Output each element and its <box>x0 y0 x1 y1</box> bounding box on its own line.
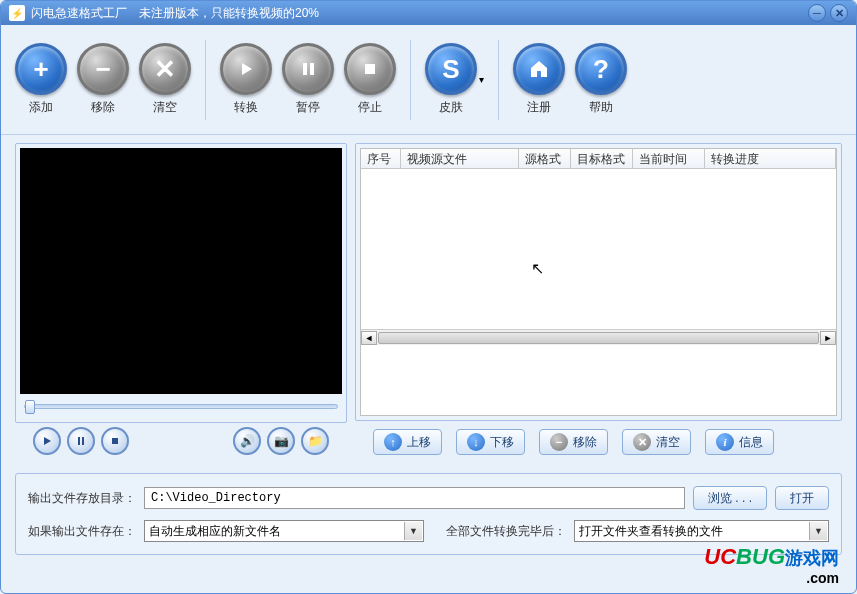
exists-label: 如果输出文件存在： <box>28 523 136 540</box>
folder-button[interactable]: 📁 <box>301 427 329 455</box>
open-button[interactable]: 打开 <box>775 486 829 510</box>
watermark: UCBUG游戏网 .com <box>704 544 839 586</box>
clear-button[interactable]: ✕ 清空 <box>139 43 191 116</box>
svg-rect-6 <box>82 437 84 445</box>
moveup-button[interactable]: ↑上移 <box>373 429 442 455</box>
minus-icon: − <box>550 433 568 451</box>
seek-thumb[interactable] <box>25 400 35 414</box>
col-time[interactable]: 当前时间 <box>633 149 705 168</box>
col-progress[interactable]: 转换进度 <box>705 149 836 168</box>
x-icon: ✕ <box>139 43 191 95</box>
info-icon: i <box>716 433 734 451</box>
scroll-left-arrow[interactable]: ◄ <box>361 331 377 345</box>
pause-icon <box>282 43 334 95</box>
scroll-right-arrow[interactable]: ► <box>820 331 836 345</box>
app-icon: ⚡ <box>9 5 25 21</box>
video-preview[interactable] <box>20 148 342 394</box>
file-list-panel: 序号 视频源文件 源格式 目标格式 当前时间 转换进度 ↖ ◄ ► <box>355 143 842 421</box>
pause-media-button[interactable] <box>67 427 95 455</box>
separator <box>498 40 499 120</box>
exists-combo[interactable]: 自动生成相应的新文件名 ▼ <box>144 520 424 542</box>
col-index[interactable]: 序号 <box>361 149 401 168</box>
chevron-down-icon[interactable]: ▼ <box>404 522 422 540</box>
scroll-thumb[interactable] <box>378 332 819 344</box>
add-button[interactable]: + 添加 <box>15 43 67 116</box>
col-dstfmt[interactable]: 目标格式 <box>571 149 633 168</box>
play-media-button[interactable] <box>33 427 61 455</box>
skin-dropdown-arrow[interactable]: ▾ <box>479 74 484 85</box>
svg-marker-0 <box>242 63 252 75</box>
info-button[interactable]: i信息 <box>705 429 774 455</box>
titlebar[interactable]: ⚡ 闪电急速格式工厂 未注册版本，只能转换视频的20% ─ ✕ <box>1 1 856 25</box>
seek-slider[interactable] <box>24 404 338 409</box>
skin-button[interactable]: S 皮肤 <box>425 43 477 116</box>
after-combo[interactable]: 打开文件夹查看转换的文件 ▼ <box>574 520 829 542</box>
down-arrow-icon: ↓ <box>467 433 485 451</box>
snapshot-button[interactable]: 📷 <box>267 427 295 455</box>
after-label: 全部文件转换完毕后： <box>446 523 566 540</box>
separator <box>410 40 411 120</box>
remove-button[interactable]: − 移除 <box>77 43 129 116</box>
play-icon <box>220 43 272 95</box>
app-window: ⚡ 闪电急速格式工厂 未注册版本，只能转换视频的20% ─ ✕ + 添加 − 移… <box>0 0 857 594</box>
pause-button[interactable]: 暂停 <box>282 43 334 116</box>
svg-rect-5 <box>78 437 80 445</box>
horizontal-scrollbar[interactable]: ◄ ► <box>361 329 836 345</box>
up-arrow-icon: ↑ <box>384 433 402 451</box>
svg-rect-1 <box>303 63 307 75</box>
window-title: 闪电急速格式工厂 未注册版本，只能转换视频的20% <box>31 5 319 22</box>
svg-rect-2 <box>310 63 314 75</box>
table-body[interactable] <box>361 169 836 329</box>
x-icon: ✕ <box>633 433 651 451</box>
svg-rect-7 <box>112 438 118 444</box>
preview-panel <box>15 143 347 423</box>
output-settings: 输出文件存放目录： 浏览 . . . 打开 如果输出文件存在： 自动生成相应的新… <box>15 473 842 555</box>
stop-button[interactable]: 停止 <box>344 43 396 116</box>
help-button[interactable]: ? 帮助 <box>575 43 627 116</box>
close-button[interactable]: ✕ <box>830 4 848 22</box>
output-dir-label: 输出文件存放目录： <box>28 490 136 507</box>
list-clear-button[interactable]: ✕清空 <box>622 429 691 455</box>
list-controls: ↑上移 ↓下移 −移除 ✕清空 i信息 <box>355 421 842 455</box>
separator <box>205 40 206 120</box>
svg-rect-3 <box>365 64 375 74</box>
volume-button[interactable]: 🔊 <box>233 427 261 455</box>
col-srcfmt[interactable]: 源格式 <box>519 149 571 168</box>
table-header: 序号 视频源文件 源格式 目标格式 当前时间 转换进度 <box>361 149 836 169</box>
media-controls: 🔊 📷 📁 <box>15 423 347 455</box>
browse-button[interactable]: 浏览 . . . <box>693 486 767 510</box>
output-dir-input[interactable] <box>144 487 685 509</box>
movedown-button[interactable]: ↓下移 <box>456 429 525 455</box>
svg-marker-4 <box>44 437 51 445</box>
question-icon: ? <box>575 43 627 95</box>
stop-media-button[interactable] <box>101 427 129 455</box>
minimize-button[interactable]: ─ <box>808 4 826 22</box>
home-icon <box>513 43 565 95</box>
minus-icon: − <box>77 43 129 95</box>
list-remove-button[interactable]: −移除 <box>539 429 608 455</box>
convert-button[interactable]: 转换 <box>220 43 272 116</box>
chevron-down-icon[interactable]: ▼ <box>809 522 827 540</box>
main-toolbar: + 添加 − 移除 ✕ 清空 转换 暂停 停止 <box>1 25 856 135</box>
col-source[interactable]: 视频源文件 <box>401 149 519 168</box>
file-table[interactable]: 序号 视频源文件 源格式 目标格式 当前时间 转换进度 ↖ ◄ ► <box>360 148 837 416</box>
register-button[interactable]: 注册 <box>513 43 565 116</box>
stop-icon <box>344 43 396 95</box>
skin-icon: S <box>425 43 477 95</box>
plus-icon: + <box>15 43 67 95</box>
